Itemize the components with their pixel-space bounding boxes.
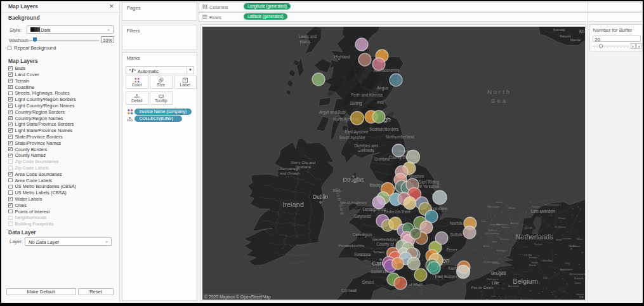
svg-text:Apeldoorn: Apeldoorn xyxy=(560,268,573,271)
svg-text:Westerkwartier: Westerkwartier xyxy=(570,272,585,276)
svg-text:Wierden: Wierden xyxy=(543,259,553,262)
svg-text:Derry City and: Derry City and xyxy=(291,161,315,164)
svg-text:Kontich: Kontich xyxy=(575,277,584,280)
svg-text:Ireland: Ireland xyxy=(282,201,304,208)
svg-text:Isle of Anglesey: Isle of Anglesey xyxy=(340,201,367,204)
svg-text:Harlingen: Harlingen xyxy=(487,277,499,281)
svg-text:Goes: Goes xyxy=(501,225,508,229)
svg-text:Hasselt: Hasselt xyxy=(522,281,532,284)
svg-text:Sluis: Sluis xyxy=(577,237,582,241)
svg-text:Angus: Angus xyxy=(377,86,388,91)
svg-text:Epe: Epe xyxy=(492,240,497,243)
svg-text:Swansea: Swansea xyxy=(354,252,371,256)
svg-text:Houten: Houten xyxy=(498,270,507,273)
svg-text:Putten: Putten xyxy=(492,262,501,265)
svg-text:Emden: Emden xyxy=(529,256,538,259)
svg-text:Weert: Weert xyxy=(508,206,516,210)
svg-text:County of: County of xyxy=(377,242,394,247)
svg-text:Eeklo: Eeklo xyxy=(570,244,577,248)
svg-text:Zele: Zele xyxy=(565,262,570,265)
svg-text:Terschelling: Terschelling xyxy=(485,232,499,235)
svg-text:Diest: Diest xyxy=(575,281,581,284)
svg-text:Heerenveen: Heerenveen xyxy=(544,203,559,206)
svg-text:Genk: Genk xyxy=(556,238,563,241)
svg-text:Cumbria: Cumbria xyxy=(374,157,390,161)
svg-text:Farsund: Farsund xyxy=(560,35,571,38)
svg-text:Highland: Highland xyxy=(334,55,350,60)
svg-text:Kri: Kri xyxy=(579,29,584,34)
svg-text:Lier: Lier xyxy=(491,295,496,298)
svg-text:Suffolk: Suffolk xyxy=(450,232,463,237)
svg-text:of Yorkshire: of Yorkshire xyxy=(419,184,440,189)
svg-text:LK Wesel: LK Wesel xyxy=(555,225,566,229)
svg-text:Northumberland: Northumberland xyxy=(385,135,414,139)
svg-text:Douglas: Douglas xyxy=(343,176,364,183)
svg-text:Dumfries and: Dumfries and xyxy=(354,143,378,148)
svg-text:Mandal: Mandal xyxy=(570,38,581,42)
svg-text:Kent: Kent xyxy=(449,266,457,270)
svg-text:Zemst: Zemst xyxy=(558,216,566,220)
svg-text:North: North xyxy=(487,88,511,95)
svg-text:Almelo: Almelo xyxy=(510,222,518,225)
svg-text:Gwynedd: Gwynedd xyxy=(354,214,371,219)
svg-text:East Sussex: East Sussex xyxy=(435,274,458,279)
svg-text:Torfaen: Torfaen xyxy=(373,250,384,254)
svg-text:Veere: Veere xyxy=(496,201,503,204)
svg-text:Sokndal: Sokndal xyxy=(553,28,565,32)
svg-text:Pas-de-Calais: Pas-de-Calais xyxy=(471,286,494,289)
svg-text:Ede: Ede xyxy=(579,295,584,298)
svg-text:Essex: Essex xyxy=(446,248,457,252)
svg-text:T: T xyxy=(184,79,187,83)
svg-text:Leeuwarden: Leeuwarden xyxy=(531,209,556,213)
svg-text:Perth and Kinross: Perth and Kinross xyxy=(351,93,383,97)
svg-text:Tholen: Tholen xyxy=(531,205,539,208)
svg-text:Lille: Lille xyxy=(492,281,499,285)
svg-text:Herefordshire,: Herefordshire, xyxy=(372,237,398,242)
svg-text:Schagen: Schagen xyxy=(496,249,507,252)
svg-text:Tielt: Tielt xyxy=(481,220,487,223)
svg-text:Stirling: Stirling xyxy=(350,101,362,106)
svg-text:Fife: Fife xyxy=(378,100,384,105)
svg-text:Scottish Borders: Scottish Borders xyxy=(369,127,398,131)
svg-text:Norfolk: Norfolk xyxy=(450,221,463,225)
svg-text:on: on xyxy=(442,257,449,264)
svg-text:Netherlands: Netherlands xyxy=(515,233,553,241)
svg-text:Cornwall: Cornwall xyxy=(341,288,357,293)
svg-text:Gouda: Gouda xyxy=(525,226,533,229)
svg-text:and Omagh: and Omagh xyxy=(280,171,299,175)
svg-text:Lewis and: Lewis and xyxy=(299,34,317,39)
svg-text:Harris: Harris xyxy=(300,39,311,44)
svg-text:Ceredigion: Ceredigion xyxy=(353,232,372,237)
svg-text:Aarschot: Aarschot xyxy=(508,284,519,288)
svg-text:Lelystad: Lelystad xyxy=(490,223,500,226)
svg-text:Sea: Sea xyxy=(491,97,508,104)
svg-text:South Ayrshire: South Ayrshire xyxy=(339,135,365,140)
svg-text:Breda: Breda xyxy=(529,263,537,267)
svg-text:Galloway: Galloway xyxy=(358,148,375,153)
svg-text:Duiven: Duiven xyxy=(534,243,543,246)
svg-text:Argyll and Bute: Argyll and Bute xyxy=(319,110,346,115)
svg-text:Herent: Herent xyxy=(500,237,508,241)
svg-text:Devon: Devon xyxy=(362,280,374,284)
svg-text:Wieringen: Wieringen xyxy=(487,205,500,208)
svg-text:Fermanagh: Fermanagh xyxy=(280,167,300,171)
svg-text:© 2020 Mapbox © OpenStreetMap: © 2020 Mapbox © OpenStreetMap xyxy=(204,295,271,300)
svg-text:Urk: Urk xyxy=(543,276,548,279)
svg-text:Aalst: Aalst xyxy=(483,244,490,248)
svg-text:East Ayrshire: East Ayrshire xyxy=(345,130,369,135)
svg-text:Leuven: Leuven xyxy=(562,237,571,240)
svg-text:Stoke-on-Trent: Stoke-on-Trent xyxy=(384,210,411,214)
svg-text:Dublin: Dublin xyxy=(313,194,328,200)
svg-text:Pembrokeshire: Pembrokeshire xyxy=(339,244,365,248)
